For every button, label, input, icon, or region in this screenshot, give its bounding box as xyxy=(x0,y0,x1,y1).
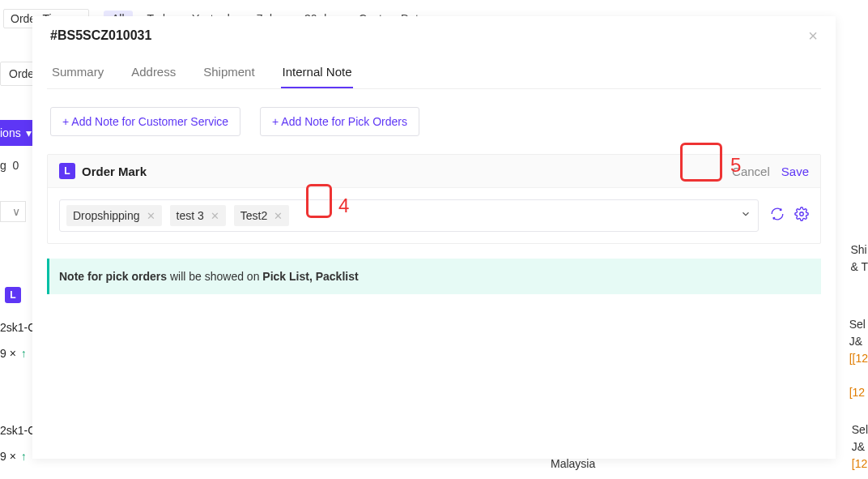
order-modal: #BS5SCZ010031 × Summary Address Shipment… xyxy=(32,16,836,459)
chevron-down-icon[interactable] xyxy=(740,208,751,223)
add-note-cs-button[interactable]: + Add Note for Customer Service xyxy=(50,107,240,136)
order-mark-badge: L xyxy=(59,163,75,179)
modal-title: #BS5SCZ010031 xyxy=(50,28,151,43)
gear-icon[interactable] xyxy=(794,207,809,225)
tab-shipment[interactable]: Shipment xyxy=(202,57,256,88)
tag-chip-test3: test 3 ✕ xyxy=(170,205,226,226)
remove-tag-icon[interactable]: ✕ xyxy=(211,210,219,222)
tab-internal-note[interactable]: Internal Note xyxy=(281,57,354,88)
tag-chip-test2: Test2 ✕ xyxy=(234,205,289,226)
order-mark-title: Order Mark xyxy=(82,165,147,178)
modal-tabs: Summary Address Shipment Internal Note xyxy=(47,57,821,89)
close-icon[interactable]: × xyxy=(808,28,818,44)
tab-address[interactable]: Address xyxy=(130,57,177,88)
tab-summary[interactable]: Summary xyxy=(50,57,105,88)
pick-note-info-banner: Note for pick orders will be showed on P… xyxy=(47,259,821,294)
tag-chip-dropshipping: Dropshipping ✕ xyxy=(66,205,162,226)
add-note-pick-button[interactable]: + Add Note for Pick Orders xyxy=(260,107,419,136)
save-button[interactable]: Save xyxy=(781,165,809,178)
refresh-icon[interactable] xyxy=(770,207,785,225)
order-mark-card: L Order Mark Cancel Save Dropshipping ✕ … xyxy=(47,154,821,244)
svg-point-0 xyxy=(800,212,804,216)
order-mark-tag-input[interactable]: Dropshipping ✕ test 3 ✕ Test2 ✕ xyxy=(59,199,759,232)
cancel-button[interactable]: Cancel xyxy=(732,165,770,178)
remove-tag-icon[interactable]: ✕ xyxy=(147,210,155,222)
remove-tag-icon[interactable]: ✕ xyxy=(274,210,283,222)
